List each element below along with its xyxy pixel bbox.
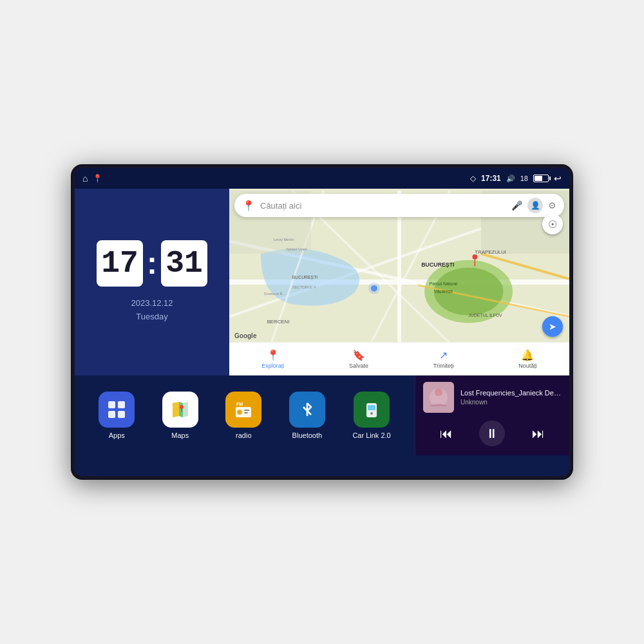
app-icon-bluetooth bbox=[289, 392, 325, 428]
music-prev-button[interactable]: ⏮ bbox=[433, 421, 459, 446]
app-label-maps: Maps bbox=[171, 431, 189, 439]
music-player: Lost Frequencies_Janieck Devy-... Unknow… bbox=[415, 375, 569, 455]
map-zoom-button[interactable]: ☉ bbox=[542, 214, 563, 234]
svg-rect-29 bbox=[108, 401, 115, 408]
clock-minute: 31 bbox=[161, 240, 207, 287]
map-settings-icon[interactable]: ⚙ bbox=[548, 200, 556, 211]
music-title: Lost Frequencies_Janieck Devy-... bbox=[460, 389, 562, 397]
home-icon[interactable]: ⌂ bbox=[82, 173, 88, 184]
top-section: 17 : 31 2023.12.12 Tuesday bbox=[75, 189, 569, 375]
volume-level: 18 bbox=[520, 175, 528, 182]
location-signal-icon: ◇ bbox=[470, 174, 476, 183]
bottom-section: Apps bbox=[75, 375, 569, 455]
map-nav-explore[interactable]: 📍 Explorați bbox=[261, 349, 284, 369]
svg-text:Văcărești: Văcărești bbox=[434, 289, 453, 294]
map-search-bar[interactable]: 📍 Căutați aici 🎤 👤 ⚙ bbox=[234, 194, 564, 217]
svg-point-28 bbox=[368, 283, 380, 294]
map-bottom-nav: 📍 Explorați 🔖 Salvate ↗ Trimiteți 🔔 bbox=[229, 342, 569, 375]
app-icon-radio: FM bbox=[225, 392, 261, 428]
app-icon-apps bbox=[99, 392, 135, 428]
app-icon-carlink bbox=[354, 392, 390, 428]
svg-rect-31 bbox=[108, 411, 115, 418]
explore-icon: 📍 bbox=[267, 349, 279, 361]
music-next-button[interactable]: ⏭ bbox=[526, 421, 551, 446]
map-voice-icon[interactable]: 🎤 bbox=[511, 200, 522, 211]
app-label-apps: Apps bbox=[109, 431, 125, 439]
news-label: Noutăți bbox=[518, 363, 537, 369]
back-icon[interactable]: ↩ bbox=[554, 173, 562, 184]
status-bar: ⌂ 📍 ◇ 17:31 🔊 18 ↩ bbox=[75, 168, 569, 189]
music-play-button[interactable]: ⏸ bbox=[479, 421, 505, 446]
clock-colon: : bbox=[147, 240, 157, 287]
music-thumbnail bbox=[423, 382, 454, 413]
status-time: 17:31 bbox=[481, 174, 501, 183]
map-search-text[interactable]: Căutați aici bbox=[260, 201, 506, 211]
svg-point-37 bbox=[180, 405, 184, 409]
device-screen: ⌂ 📍 ◇ 17:31 🔊 18 ↩ 17 bbox=[75, 168, 569, 476]
share-label: Trimiteți bbox=[433, 363, 454, 369]
svg-rect-30 bbox=[118, 401, 125, 408]
map-panel[interactable]: BUCUREȘTI TRAPEZULUI JUDEȚUL ILFOV BERCE… bbox=[229, 189, 569, 375]
location-nav-icon[interactable]: 📍 bbox=[93, 174, 102, 183]
svg-point-41 bbox=[238, 411, 241, 413]
share-icon: ↗ bbox=[439, 349, 448, 361]
app-item-apps[interactable]: Apps bbox=[99, 392, 135, 439]
explore-label: Explorați bbox=[261, 363, 284, 369]
svg-rect-32 bbox=[118, 411, 125, 418]
svg-marker-36 bbox=[173, 402, 179, 417]
music-header: Lost Frequencies_Janieck Devy-... Unknow… bbox=[423, 382, 562, 413]
clock-date-value: 2023.12.12 bbox=[131, 297, 173, 310]
svg-text:Leroy Merlin: Leroy Merlin bbox=[273, 238, 294, 242]
status-left: ⌂ 📍 bbox=[82, 173, 102, 184]
app-item-maps[interactable]: Maps bbox=[162, 392, 198, 439]
music-info: Lost Frequencies_Janieck Devy-... Unknow… bbox=[460, 389, 562, 406]
svg-text:SECTORUL 4: SECTORUL 4 bbox=[292, 285, 316, 289]
svg-text:TRAPEZULUI: TRAPEZULUI bbox=[475, 249, 506, 255]
svg-point-49 bbox=[370, 412, 373, 415]
clock-panel: 17 : 31 2023.12.12 Tuesday bbox=[75, 189, 229, 375]
music-controls: ⏮ ⏸ ⏭ bbox=[423, 421, 562, 446]
main-content: 17 : 31 2023.12.12 Tuesday bbox=[75, 189, 569, 476]
app-label-carlink: Car Link 2.0 bbox=[352, 431, 390, 439]
status-right: ◇ 17:31 🔊 18 ↩ bbox=[470, 173, 562, 184]
map-nav-share[interactable]: ↗ Trimiteți bbox=[433, 349, 454, 369]
svg-text:JUDEȚUL ILFOV: JUDEȚUL ILFOV bbox=[469, 313, 503, 318]
svg-text:Splaiul Unirii: Splaiul Unirii bbox=[286, 247, 307, 251]
volume-icon: 🔊 bbox=[506, 175, 515, 183]
clock-hour: 17 bbox=[97, 240, 143, 287]
svg-text:Șoseaua B...: Șoseaua B... bbox=[264, 292, 286, 296]
svg-rect-48 bbox=[368, 405, 375, 410]
svg-point-52 bbox=[435, 388, 442, 396]
map-nav-news[interactable]: 🔔 Noutăți bbox=[518, 349, 537, 369]
map-user-icon[interactable]: 👤 bbox=[527, 198, 543, 213]
music-artist: Unknown bbox=[460, 399, 562, 406]
apps-dock: Apps bbox=[75, 375, 415, 455]
clock-display: 17 : 31 bbox=[97, 240, 207, 287]
device-frame: ⌂ 📍 ◇ 17:31 🔊 18 ↩ 17 bbox=[71, 164, 573, 480]
svg-text:BUCUREȘTI: BUCUREȘTI bbox=[421, 261, 454, 268]
app-label-radio: radio bbox=[236, 431, 251, 439]
svg-rect-42 bbox=[244, 410, 249, 411]
svg-text:BERCENI: BERCENI bbox=[267, 319, 290, 325]
svg-text:BUCUREȘTI: BUCUREȘTI bbox=[292, 275, 318, 280]
news-icon: 🔔 bbox=[521, 349, 534, 361]
map-navigate-button[interactable]: ➤ bbox=[542, 316, 563, 337]
clock-date: 2023.12.12 Tuesday bbox=[131, 297, 173, 324]
app-icon-maps bbox=[162, 392, 198, 428]
app-item-carlink[interactable]: Car Link 2.0 bbox=[352, 392, 390, 439]
svg-point-25 bbox=[472, 254, 477, 260]
app-label-bluetooth: Bluetooth bbox=[292, 431, 322, 439]
saved-label: Salvate bbox=[349, 363, 368, 369]
app-item-bluetooth[interactable]: Bluetooth bbox=[289, 392, 325, 439]
app-item-radio[interactable]: FM radio bbox=[225, 392, 261, 439]
svg-text:FM: FM bbox=[236, 402, 243, 406]
svg-rect-43 bbox=[244, 412, 248, 413]
battery-indicator bbox=[533, 175, 549, 182]
saved-icon: 🔖 bbox=[352, 349, 365, 361]
svg-text:Parcul Natural: Parcul Natural bbox=[430, 281, 458, 286]
svg-marker-35 bbox=[179, 402, 183, 417]
clock-day-value: Tuesday bbox=[131, 310, 173, 324]
google-logo: Google bbox=[234, 332, 256, 339]
map-nav-saved[interactable]: 🔖 Salvate bbox=[349, 349, 368, 369]
map-pin-icon: 📍 bbox=[242, 200, 255, 212]
